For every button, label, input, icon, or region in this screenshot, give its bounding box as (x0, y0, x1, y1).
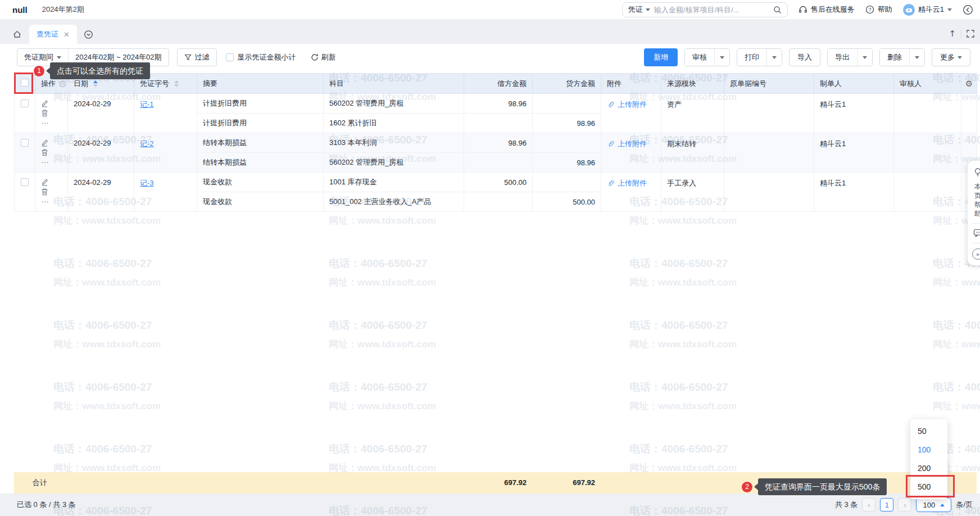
total-debit: 697.92 (464, 472, 527, 494)
delete-icon[interactable] (41, 188, 48, 196)
line-account: 1602 累计折旧 (324, 114, 464, 133)
prev-page-button[interactable]: ‹ (862, 498, 875, 512)
col-credit: 贷方金额 (533, 74, 601, 94)
col-auditor: 审核人 (894, 74, 961, 94)
page-size-select[interactable]: 100 (916, 497, 951, 512)
collapse-topbar-icon[interactable] (963, 4, 973, 15)
voucher-number-link[interactable]: 记-2 (140, 139, 154, 148)
filter-button[interactable]: 过滤 (177, 48, 217, 66)
page-size-option-100[interactable]: 100 (910, 441, 947, 459)
voucher-no-cell: 记-3 (134, 173, 197, 212)
feedback-chat-icon[interactable] (973, 229, 980, 238)
line-credit (533, 173, 601, 192)
show-subtotal-checkbox[interactable]: 显示凭证金额小计 (226, 52, 296, 62)
voucher-creator: 精斗云1 (814, 94, 894, 133)
more-actions-icon[interactable]: … (41, 158, 49, 162)
row-operations-cell: … (35, 94, 68, 133)
global-search-input[interactable] (654, 6, 769, 14)
voucher-source: 资产 (661, 94, 724, 133)
add-voucher-button[interactable]: 新增 (644, 48, 678, 66)
voucher-no-cell: 记-2 (134, 133, 197, 173)
delete-icon[interactable] (41, 109, 48, 117)
upload-attachment-link[interactable]: 上传附件 (607, 178, 647, 188)
edit-icon[interactable] (41, 139, 48, 147)
line-account: 560202 管理费用_房租 (324, 153, 464, 173)
search-category-dropdown[interactable]: 凭证 (628, 4, 650, 15)
audit-dropdown-button[interactable] (714, 49, 729, 66)
voucher-number-link[interactable]: 记-1 (140, 100, 154, 108)
audit-button[interactable]: 审核 (685, 49, 714, 66)
col-orig-no: 原单据编号 (724, 74, 814, 94)
headset-icon (798, 5, 807, 14)
period-range-label: 2024年02期 ~ 2024年02期 (75, 52, 162, 62)
line-account: 3103 本年利润 (324, 133, 464, 153)
next-page-button[interactable]: › (898, 498, 911, 512)
refresh-icon (311, 53, 319, 61)
table-header-row: 操作 日期 凭证字号 摘要 科目 借方金额 贷方金额 附件 (15, 74, 977, 94)
more-button[interactable]: 更多 (932, 48, 970, 66)
delete-dropdown-button[interactable] (909, 49, 924, 66)
after-sales-service[interactable]: 售后在线服务 (798, 4, 855, 15)
line-debit (464, 153, 533, 173)
edit-icon[interactable] (41, 99, 48, 107)
line-debit: 98.96 (464, 133, 533, 153)
print-button-group: 打印 (737, 48, 782, 66)
global-search[interactable]: 凭证 (622, 2, 788, 17)
current-period: 2024年第2期 (42, 4, 84, 15)
line-summary: 计提折旧费用 (197, 114, 324, 133)
row-checkbox[interactable] (21, 139, 29, 147)
export-button[interactable]: 导出 (828, 49, 857, 66)
row-checkbox[interactable] (21, 178, 29, 186)
lightbulb-icon[interactable] (973, 168, 980, 177)
voucher-orig-no (724, 133, 814, 173)
tab-close-icon[interactable]: ✕ (63, 31, 70, 38)
upload-attachment-link[interactable]: 上传附件 (607, 99, 647, 110)
help-label: 帮助 (878, 4, 892, 15)
import-button[interactable]: 导入 (789, 48, 820, 66)
home-tab-button[interactable] (8, 25, 26, 44)
recent-tabs-button[interactable] (84, 30, 93, 39)
page-size-option-50[interactable]: 50 (910, 422, 947, 441)
current-page-button[interactable]: 1 (880, 498, 893, 512)
delete-button[interactable]: 删除 (880, 49, 909, 66)
col-voucher-no-label: 凭证字号 (140, 79, 169, 88)
row-select-cell (15, 94, 35, 133)
collapse-panel-icon[interactable]: » (972, 248, 980, 260)
delete-icon[interactable] (41, 148, 48, 156)
annotation-tooltip-2: 2 凭证查询界面一页最大显示500条 (742, 478, 887, 495)
help-button[interactable]: ? 帮助 (865, 4, 892, 15)
audit-button-group: 审核 (684, 48, 730, 66)
more-actions-icon[interactable]: … (41, 119, 49, 123)
upload-attachment-link[interactable]: 上传附件 (607, 139, 647, 149)
checkbox[interactable] (226, 53, 234, 61)
sort-icons[interactable] (93, 80, 98, 87)
divider (973, 223, 980, 224)
refresh-button[interactable]: 刷新 (311, 52, 336, 62)
row-checkbox[interactable] (21, 99, 29, 107)
edit-icon[interactable] (41, 178, 48, 186)
voucher-creator: 精斗云1 (814, 173, 894, 212)
chevron-down-icon (915, 56, 919, 59)
print-dropdown-button[interactable] (766, 49, 782, 66)
selected-count: 已选 0 条 / 共 3 条 (17, 494, 76, 516)
page-help-label[interactable]: 本页帮助 (974, 182, 980, 218)
print-button[interactable]: 打印 (737, 49, 766, 66)
fullscreen-icon[interactable] (967, 30, 974, 38)
user-menu[interactable]: 精斗云1 (903, 4, 952, 16)
attachment-cell: 上传附件 (601, 173, 661, 212)
row-operations-cell: … (35, 173, 68, 212)
annotation-tooltip-1: 1 点击可以全选所有的凭证 (34, 62, 150, 79)
search-icon[interactable] (773, 6, 782, 14)
tab-view-voucher[interactable]: 查凭证 ✕ (29, 25, 77, 44)
voucher-number-link[interactable]: 记-3 (140, 179, 154, 187)
export-button-group: 导出 (827, 48, 873, 66)
pin-column-icon[interactable] (60, 81, 66, 87)
col-account: 科目 (324, 74, 464, 94)
scroll-top-icon[interactable]: ↑ (949, 29, 956, 39)
more-actions-icon[interactable]: … (41, 197, 49, 202)
tabbar: 查凭证 ✕ ↑ (0, 19, 980, 44)
column-settings-gear-icon[interactable]: ⚙ (961, 74, 977, 94)
divider (961, 30, 961, 38)
sort-icons[interactable] (174, 80, 179, 87)
export-dropdown-button[interactable] (857, 49, 872, 66)
